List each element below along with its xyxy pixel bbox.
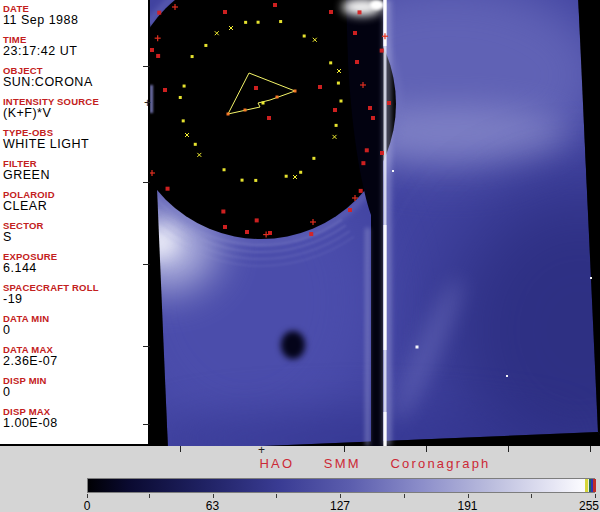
metadata-field: DISP MIN0	[3, 375, 148, 399]
metadata-field: OBJECTSUN:CORONA	[3, 65, 148, 89]
colorbar-tick-label: 63	[206, 499, 219, 512]
metadata-field: INTENSITY SOURCE(K+F)*V	[3, 96, 148, 120]
colorbar-tick	[404, 494, 405, 498]
left-axis-tick	[143, 182, 150, 183]
colorbar-tick-label: 191	[457, 499, 477, 512]
colorbar-gradient	[87, 478, 595, 493]
colorbar-tick-label: 0	[84, 499, 91, 512]
field-value: (K+F)*V	[3, 107, 148, 120]
field-value: 0	[3, 324, 148, 337]
field-value: S	[3, 231, 148, 244]
field-value: 0	[3, 386, 148, 399]
smm-coronagraph-viewer: DATE11 Sep 1988TIME23:17:42 UTOBJECTSUN:…	[0, 0, 600, 512]
colorbar-tick	[340, 494, 341, 498]
metadata-sidebar: DATE11 Sep 1988TIME23:17:42 UTOBJECTSUN:…	[0, 0, 150, 446]
metadata-field: TIME23:17:42 UT	[3, 34, 148, 58]
coronagraph-image-panel	[150, 0, 600, 446]
bottom-axis-tick	[508, 446, 509, 452]
instrument-title: HAO SMM Coronagraph	[150, 456, 600, 471]
colorbar-tick-label: 255	[579, 499, 599, 512]
field-value: 11 Sep 1988	[3, 14, 148, 27]
colorbar-tick	[213, 494, 214, 498]
colorbar-tick	[87, 494, 88, 498]
colorbar-marker-stripe	[593, 479, 596, 492]
sun-center-bottom-mark: +	[258, 444, 265, 456]
field-value: GREEN	[3, 169, 148, 182]
left-axis-tick	[143, 264, 150, 265]
bottom-axis-tick	[426, 446, 427, 452]
field-value: 6.144	[3, 262, 148, 275]
field-label: SPACECRAFT ROLL	[3, 282, 148, 293]
metadata-field: SECTORS	[3, 220, 148, 244]
field-label: SECTOR	[3, 220, 148, 231]
bottom-axis-tick	[344, 446, 345, 452]
left-axis-tick	[143, 346, 150, 347]
field-label: DISP MIN	[3, 375, 148, 386]
coronagraph-image	[150, 0, 600, 446]
field-value: 23:17:42 UT	[3, 45, 148, 58]
field-label: DATA MIN	[3, 313, 148, 324]
metadata-field: EXPOSURE6.144	[3, 251, 148, 275]
field-value: 2.36E-07	[3, 355, 148, 368]
colorbar-tick	[595, 494, 596, 498]
field-value: WHITE LIGHT	[3, 138, 148, 151]
metadata-field: SPACECRAFT ROLL-19	[3, 282, 148, 306]
colorbar-tick	[149, 494, 150, 498]
colorbar-tick-label: 127	[330, 499, 350, 512]
left-axis-tick	[143, 424, 150, 425]
left-axis-tick	[143, 66, 150, 67]
sun-center-left-mark: +	[144, 97, 151, 109]
bottom-axis-tick	[590, 446, 591, 452]
colorbar-tick	[468, 494, 469, 498]
field-value: SUN:CORONA	[3, 76, 148, 89]
metadata-field: DISP MAX1.00E-08	[3, 406, 148, 430]
field-value: CLEAR	[3, 200, 148, 213]
bottom-axis-tick	[180, 446, 181, 452]
field-value: -19	[3, 293, 148, 306]
metadata-field: POLAROIDCLEAR	[3, 189, 148, 213]
colorbar-tick	[531, 494, 532, 498]
colorbar-tick	[276, 494, 277, 498]
metadata-field: FILTERGREEN	[3, 158, 148, 182]
metadata-field: DATE11 Sep 1988	[3, 3, 148, 27]
field-value: 1.00E-08	[3, 417, 148, 430]
metadata-field: DATA MIN0	[3, 313, 148, 337]
metadata-field: TYPE-OBSWHITE LIGHT	[3, 127, 148, 151]
metadata-field: DATA MAX2.36E-07	[3, 344, 148, 368]
